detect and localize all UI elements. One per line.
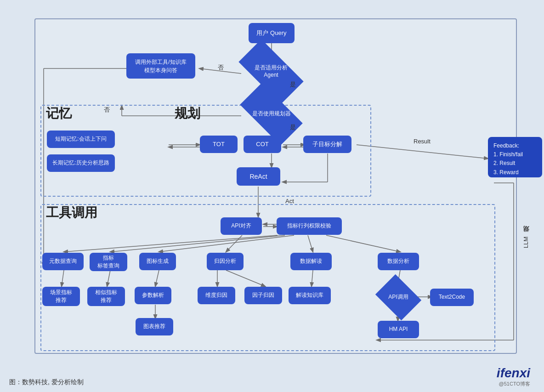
is-analysis-agent-container: 是否适用分析Agent <box>230 53 312 90</box>
short-memory-box: 短期记忆:会话上下问 <box>47 131 115 148</box>
api-call-container: API调用 <box>373 281 424 313</box>
no2-label: 否 <box>104 106 110 114</box>
param-parse-box: 参数解析 <box>135 287 171 304</box>
call-external-box: 调用外部工具/知识库模型本身问答 <box>126 53 195 79</box>
long-memory-box: 长期记忆:历史分析思路 <box>47 154 115 172</box>
data-interpret-box: 数据解读 <box>290 253 332 270</box>
index-tag-query-box: 指标标签查询 <box>90 253 127 271</box>
attribution-box: 归因分析 <box>207 253 244 270</box>
hm-api-box: HM API <box>378 321 419 338</box>
memory-label: 记忆 <box>46 105 72 122</box>
index-check-box: 指标行列权限校验 <box>277 217 342 235</box>
sub-target-box: 子目标分解 <box>303 136 351 153</box>
tools-label: 工具调用 <box>46 204 97 222</box>
yes1-label: 是 <box>290 80 296 89</box>
user-box: 用户 Query <box>249 23 295 43</box>
api-align-box: API对齐 <box>221 217 262 235</box>
api-call-label: API调用 <box>380 283 417 312</box>
flowchart: 记忆 规划 工具调用 用户 Query 是否适用分析Agent 是否使用规划器 … <box>9 9 535 368</box>
act-label: Act <box>285 198 294 205</box>
footer-text: 图：数勢科技, 爱分析绘制 <box>9 378 84 386</box>
main-container: 记忆 规划 工具调用 用户 Query 是否适用分析Agent 是否使用规划器 … <box>0 0 544 392</box>
similar-index-box: 相似指标推荐 <box>87 287 125 306</box>
tot-box: TOT <box>200 136 238 153</box>
dim-attr-box: 维度归因 <box>198 287 235 304</box>
planning-label: 规划 <box>175 105 200 122</box>
logo-sub: @51CTO博客 <box>497 381 530 387</box>
logo-area: ifenxi @51CTO博客 <box>497 366 530 387</box>
logo-main: ifenxi <box>497 366 530 381</box>
react-box: ReAct <box>237 167 280 186</box>
chart-gen-box: 图标生成 <box>139 253 176 270</box>
is-use-planner-container: 是否使用规划器 <box>233 96 309 132</box>
result-label: Result <box>414 138 431 145</box>
cot-box: COT <box>244 136 281 153</box>
text2code-box: Text2Code <box>430 289 474 306</box>
metadata-query-box: 元数据查询 <box>42 253 84 270</box>
yes2-label: 是 <box>290 123 296 131</box>
feedback-box: Feedback:1. Finish/fail2. Result3. Rewar… <box>488 137 542 177</box>
chart-recommend-box: 图表推荐 <box>136 318 173 335</box>
no1-label: 否 <box>218 63 224 72</box>
interpret-kb-box: 解读知识库 <box>289 287 331 304</box>
tools-border <box>40 204 495 351</box>
scene-index-box: 场景指标推荐 <box>42 287 80 306</box>
llm-label: LLM规划 <box>522 193 530 248</box>
data-analysis-box: 数据分析 <box>378 253 419 270</box>
factor-attr-box: 因子归因 <box>244 287 282 304</box>
